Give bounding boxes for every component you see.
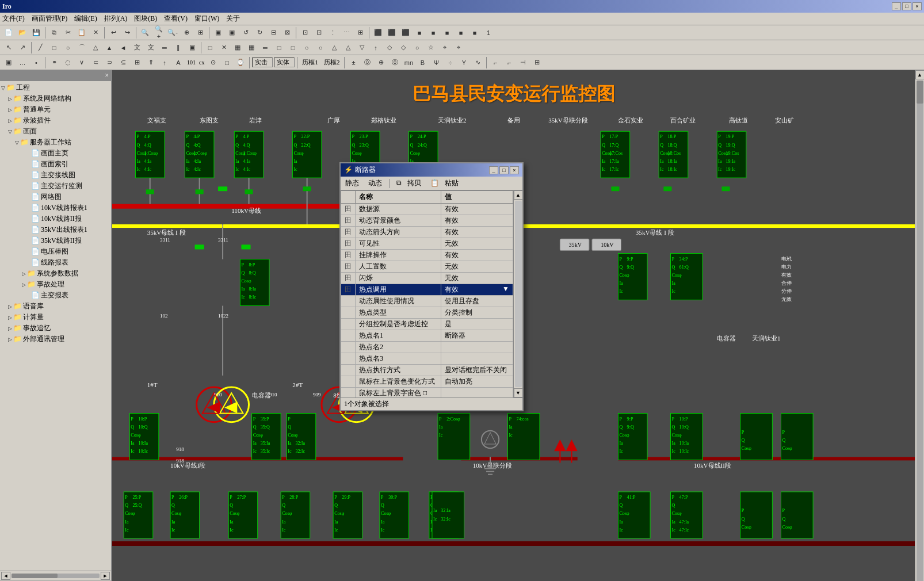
tb-b14[interactable]: ⬛ (399, 26, 412, 39)
tb3-clock[interactable]: ⌚ (234, 56, 247, 69)
tb-save[interactable]: 💾 (30, 26, 43, 39)
tb-b20[interactable]: 1 (482, 26, 495, 39)
tb-cursor[interactable]: ↗ (16, 41, 29, 54)
tb-rect[interactable]: □ (48, 41, 60, 54)
tb-b13[interactable]: ⬛ (385, 26, 398, 39)
tb3-b3[interactable]: • (30, 56, 43, 69)
tb-check[interactable]: ✕ (217, 41, 230, 54)
tb-s2[interactable]: ═ (259, 41, 272, 54)
menu-block[interactable]: 图块(B) (134, 14, 157, 24)
scroll-up[interactable]: ▲ (514, 190, 523, 200)
tb3-l1[interactable]: ⌐ (489, 56, 502, 69)
row-value[interactable]: 是 (441, 319, 513, 330)
table-row[interactable]: 田 动态背景颜色 有效 (341, 215, 513, 227)
tree-item-系统参数数据[interactable]: ▷📁系统参数数据 (1, 268, 110, 279)
tb-io[interactable]: ▦ (231, 41, 244, 54)
tb-zoom-out[interactable]: 🔍- (166, 26, 179, 39)
value-dropdown[interactable]: ▼ (502, 285, 509, 293)
tb-s3[interactable]: □ (273, 41, 285, 54)
menu-about[interactable]: 关于 (226, 14, 240, 24)
dialog-paste-btn[interactable]: 📋 粘贴 (428, 178, 461, 189)
tb-b18[interactable]: ■ (455, 26, 467, 39)
row-value[interactable]: 自动加亮 (441, 376, 513, 388)
dialog-copy-btn[interactable]: ⧉ 拷贝 (394, 178, 423, 189)
tb3-pm[interactable]: ± (347, 56, 360, 69)
maximize-btn[interactable]: □ (902, 2, 911, 10)
tb3-num[interactable]: A (172, 56, 185, 69)
tb-s10[interactable]: ↑ (369, 41, 382, 54)
tree-item-线路报表[interactable]: 📄线路报表 (1, 257, 110, 268)
tree-item-工程[interactable]: ▽📁工程 (1, 82, 110, 93)
tb-frame[interactable]: ▣ (186, 41, 198, 54)
tb3-c2[interactable]: ⊃ (103, 56, 116, 69)
tb3-b-icon[interactable]: B (416, 56, 429, 69)
menu-edit[interactable]: 编辑(E) (74, 14, 97, 24)
table-row[interactable]: 热点名2 (341, 342, 513, 353)
tb-arc[interactable]: ⌒ (75, 41, 88, 54)
tree-item-35kV出线报表1[interactable]: 📄35kV出线报表1 (1, 224, 110, 235)
tb-b12[interactable]: ⬛ (372, 26, 384, 39)
tb-poly[interactable]: △ (89, 41, 102, 54)
expand-cell[interactable]: 田 (341, 238, 356, 250)
table-row[interactable]: 鼠标左上背景字宙色 □ (341, 388, 513, 398)
tb3-l4[interactable]: ⊞ (530, 56, 543, 69)
tb3-c1[interactable]: ⊂ (89, 56, 102, 69)
tree-item-服务器工作站[interactable]: ▽📁服务器工作站 (1, 137, 110, 148)
tb-new[interactable]: 📄 (2, 26, 15, 39)
row-value[interactable]: 无效 (441, 238, 513, 250)
tb-s8[interactable]: △ (342, 41, 354, 54)
tb-b1[interactable]: ▣ (212, 26, 224, 39)
row-value[interactable]: 有效 (441, 215, 513, 227)
tb-fill[interactable]: □ (204, 41, 216, 54)
expand-cell[interactable]: 田 (341, 204, 356, 215)
tb-b4[interactable]: ↻ (253, 26, 266, 39)
tb3-link[interactable]: ⚭ (48, 56, 60, 69)
tb-s12[interactable]: ◇ (397, 41, 410, 54)
tb-s5[interactable]: ○ (300, 41, 313, 54)
tb3-mn[interactable]: mn (402, 56, 415, 69)
tb-b10[interactable]: ⋯ (340, 26, 353, 39)
table-row[interactable]: 热点名1 断路器 (341, 330, 513, 342)
table-row[interactable]: 热点执行方式 显对话框完后不关闭 (341, 365, 513, 376)
row-value[interactable] (441, 342, 513, 353)
row-value[interactable] (441, 388, 513, 398)
tb-b9[interactable]: ⋮ (326, 26, 339, 39)
tb3-grid[interactable]: ⊞ (131, 56, 143, 69)
tree-item-录波插件[interactable]: ▷📁录波插件 (1, 115, 110, 126)
tb-s13[interactable]: ○ (411, 41, 423, 54)
tb-shapes[interactable]: ▦ (245, 41, 258, 54)
tb-arrow[interactable]: ◄ (117, 41, 129, 54)
vscroll-up[interactable]: ▲ (915, 70, 925, 79)
tb-s7[interactable]: △ (328, 41, 341, 54)
expand-cell[interactable]: 田 (341, 215, 356, 227)
tree-scroll-right[interactable]: ► (101, 572, 110, 580)
tb-b19[interactable]: ■ (468, 26, 481, 39)
tree-item-35kV线路II报[interactable]: 📄35kV线路II报 (1, 235, 110, 246)
close-btn[interactable]: × (912, 2, 922, 10)
tree-item-主变接线图[interactable]: 📄主变接线图 (1, 170, 110, 181)
table-row[interactable]: 田 数据源 有效 (341, 204, 513, 215)
expand-cell[interactable]: 田 (341, 227, 356, 238)
table-row[interactable]: 田 热点调用 有效▼ (341, 284, 513, 296)
tb3-wave[interactable]: ∿ (471, 56, 484, 69)
tree-item-画面主页[interactable]: 📄画面主页 (1, 148, 110, 159)
tb-zoom-in[interactable]: 🔍+ (152, 26, 165, 39)
tb-circle[interactable]: ○ (62, 41, 74, 54)
tb3-arrow[interactable]: ↑ (158, 56, 171, 69)
expand-cell[interactable]: 田 (341, 250, 356, 261)
dialog-restore[interactable]: □ (499, 166, 509, 174)
tb-s14[interactable]: ☆ (425, 41, 437, 54)
tb3-circle[interactable]: ◌ (62, 56, 74, 69)
dialog-close[interactable]: × (510, 166, 519, 174)
tb-cut[interactable]: ✂ (62, 26, 74, 39)
dialog-menu-dynamic[interactable]: 动态 (366, 178, 384, 189)
tb-b5[interactable]: ⊟ (267, 26, 280, 39)
tb3-pipe[interactable]: Ψ (430, 56, 442, 69)
tb-s16[interactable]: ⌖ (452, 41, 465, 54)
canvas-area[interactable]: 巴马县民安变运行监控图 文福支 东图支 岩津 广厚 郑格钛业 天润钛业2 备用 … (112, 70, 915, 581)
menu-screen[interactable]: 画面管理(P) (32, 14, 68, 24)
table-row[interactable]: 热点名3 (341, 353, 513, 365)
tb-undo[interactable]: ↩ (107, 26, 120, 39)
tb-search[interactable]: 🔍 (139, 26, 151, 39)
expand-cell[interactable]: 田 (341, 261, 356, 273)
